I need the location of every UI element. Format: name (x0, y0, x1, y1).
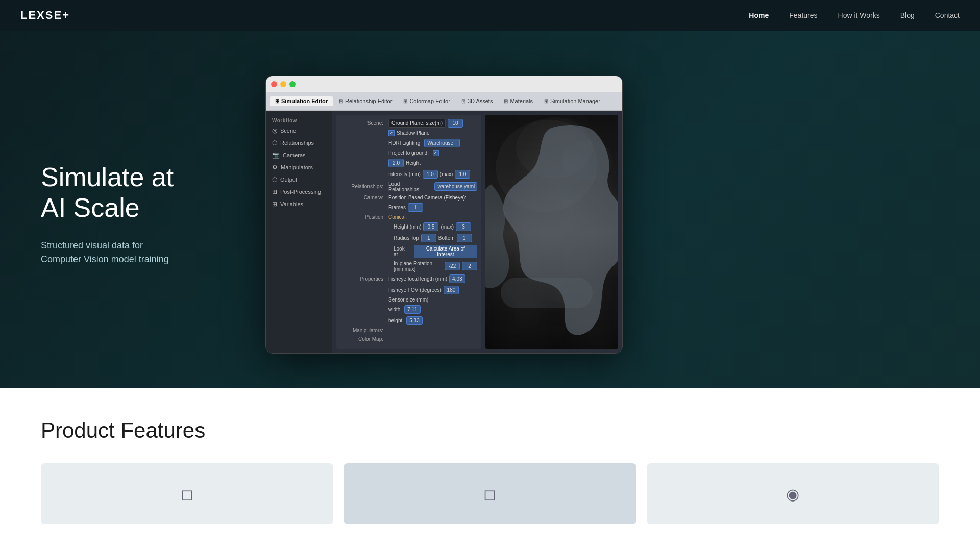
radius-top-text: Radius Top (394, 235, 419, 241)
scene-icon: ◎ (272, 127, 277, 134)
sidebar-item-relationships[interactable]: ⬡ Relationships (266, 137, 332, 149)
height-min-row: Height (min) 0.5 (max) 3 (340, 222, 477, 231)
hdri-dropdown[interactable]: Warehouse (424, 139, 460, 147)
nav-features[interactable]: Features (789, 11, 817, 19)
tab-3d-assets[interactable]: ⊡ 3D Assets (456, 96, 498, 106)
props-label: Properties (340, 276, 386, 282)
simulation-manager-icon: ⊞ (544, 98, 548, 104)
close-dot[interactable] (271, 81, 277, 87)
cameras-icon: 📷 (272, 152, 280, 159)
colormap-editor-icon: ⊞ (403, 98, 407, 104)
nav-blog[interactable]: Blog (900, 11, 915, 19)
minimize-dot[interactable] (280, 81, 286, 87)
position-row: Position Conical: (340, 214, 477, 220)
color-map-row: Color Map: (340, 336, 477, 342)
shadow-plane-label: Shadow Plane (397, 130, 430, 136)
rotation-row: In-plane Rotation [min,max] -22 2 (340, 261, 477, 272)
maximize-dot[interactable] (289, 81, 296, 87)
height-min-val[interactable]: 0.5 (423, 222, 438, 231)
nav-contact[interactable]: Contact (935, 11, 960, 19)
feature-card-1-icon: ◻ (181, 485, 193, 503)
rel-label: Relationships: (340, 184, 386, 189)
manipulators-icon: ⚙ (272, 164, 278, 171)
properties-row: Properties Fisheye focal length (mm) 4.0… (340, 274, 477, 283)
shadow-plane-row: ✓ Shadow Plane (340, 130, 477, 136)
intensity-row: Intensity (min) 1.0 (max) 1.0 (340, 170, 477, 179)
main-content: Scene: Ground Plane: size(m) 10 ✓ Shadow… (332, 111, 622, 353)
intensity-min-val[interactable]: 1.0 (423, 170, 438, 179)
radius-row: Radius Top 1 Bottom 1 (340, 234, 477, 242)
sensor-height-row: height 5.33 (340, 316, 477, 325)
sidebar-section-workflow: Workflow (266, 115, 332, 124)
fisheye-focal-val[interactable]: 4.03 (449, 274, 465, 283)
sensor-row: Sensor size (mm) (340, 297, 477, 303)
tab-colormap-editor[interactable]: ⊞ Colormap Editor (398, 96, 455, 106)
radius-bottom-text: Bottom (438, 235, 455, 241)
rotation-min-val[interactable]: -22 (445, 262, 460, 270)
intensity-min-text: Intensity (min) (388, 171, 421, 177)
shadow-plane-checkbox[interactable]: ✓ (388, 130, 395, 136)
project-text: Project to ground: (388, 150, 429, 156)
simulation-editor-icon: ⊞ (275, 98, 279, 104)
3d-assets-icon: ⊡ (461, 98, 465, 104)
feature-card-3: ◉ (647, 463, 939, 524)
camera-type: Position-Based Camera (Fisheye): (388, 195, 467, 201)
tab-simulation-manager[interactable]: ⊞ Simulation Manager (539, 96, 605, 106)
sidebar-item-output[interactable]: ⬡ Output (266, 173, 332, 186)
rotation-max-val[interactable]: 2 (462, 262, 477, 270)
ground-plane-size[interactable]: 10 (448, 119, 463, 128)
height-value[interactable]: 2.0 (388, 159, 404, 167)
feature-card-1: ◻ (41, 463, 333, 524)
feature-card-2: ◻ (344, 463, 636, 524)
nav-home[interactable]: Home (749, 11, 769, 19)
rotation-text: In-plane Rotation [min,max] (394, 261, 443, 272)
app-window: ⊞ Simulation Editor ⊟ Relationship Edito… (265, 76, 623, 354)
height-row: 2.0 Height (340, 159, 477, 167)
product-title: Product Features (41, 418, 939, 443)
fov-val[interactable]: 180 (444, 286, 459, 294)
fov-row: Fisheye FOV (degrees) 180 (340, 286, 477, 294)
hero-section: Simulate at AI Scale Structured visual d… (0, 31, 980, 388)
preview-image (485, 115, 618, 349)
sensor-width-val[interactable]: 7.11 (404, 305, 420, 314)
fov-text: Fisheye FOV (degrees) (388, 287, 442, 293)
tab-materials[interactable]: ⊞ Materials (499, 96, 538, 106)
product-section: Product Features ◻ ◻ ◉ (0, 388, 980, 545)
relationships-dropdown[interactable]: warehouse.yaml (434, 182, 477, 191)
logo: LEXSE+ (20, 9, 70, 22)
fisheye-focal-text: Fisheye focal length (mm) (388, 276, 447, 282)
cloud-shapes (485, 115, 618, 349)
editor-panel: Scene: Ground Plane: size(m) 10 ✓ Shadow… (336, 115, 481, 349)
tab-simulation-editor[interactable]: ⊞ Simulation Editor (270, 96, 333, 106)
project-ground-checkbox[interactable]: ✓ (433, 150, 439, 156)
hero-subtitle: Structured visual data forComputer Visio… (41, 239, 235, 266)
manipulators-bar (388, 328, 419, 334)
intensity-max-text: (max) (440, 171, 453, 177)
sensor-height-val[interactable]: 5.33 (406, 316, 422, 325)
hero-text: Simulate at AI Scale Structured visual d… (41, 162, 235, 266)
height-max-val[interactable]: 3 (456, 222, 471, 231)
sidebar-item-post-processing[interactable]: ⊞ Post-Processing (266, 186, 332, 198)
materials-icon: ⊞ (504, 98, 508, 104)
radius-bottom-val[interactable]: 1 (457, 234, 472, 242)
look-at-btn[interactable]: Calculate Area of Interest (414, 245, 477, 258)
output-icon: ⬡ (272, 176, 277, 183)
radius-top-val[interactable]: 1 (421, 234, 436, 242)
sensor-width-row: width 7.11 (340, 305, 477, 314)
variables-icon: ⊞ (272, 201, 277, 208)
colormap-bar (388, 336, 419, 342)
frames-row: Frames 1 (340, 203, 477, 212)
app-body: Workflow ◎ Scene ⬡ Relationships 📷 Camer… (266, 111, 622, 353)
sidebar-item-scene[interactable]: ◎ Scene (266, 124, 332, 137)
look-at-text: Look at (394, 246, 410, 257)
frames-val[interactable]: 1 (408, 203, 423, 212)
sidebar: Workflow ◎ Scene ⬡ Relationships 📷 Camer… (266, 111, 332, 353)
post-processing-icon: ⊞ (272, 188, 277, 195)
sidebar-item-manipulators[interactable]: ⚙ Manipulators (266, 161, 332, 173)
sidebar-item-cameras[interactable]: 📷 Cameras (266, 149, 332, 161)
tab-relationship-editor[interactable]: ⊟ Relationship Editor (334, 96, 397, 106)
intensity-max-val[interactable]: 1.0 (455, 170, 470, 179)
sidebar-item-variables[interactable]: ⊞ Variables (266, 198, 332, 210)
height-text-label: height (388, 318, 402, 323)
nav-how-it-works[interactable]: How it Works (838, 11, 880, 19)
